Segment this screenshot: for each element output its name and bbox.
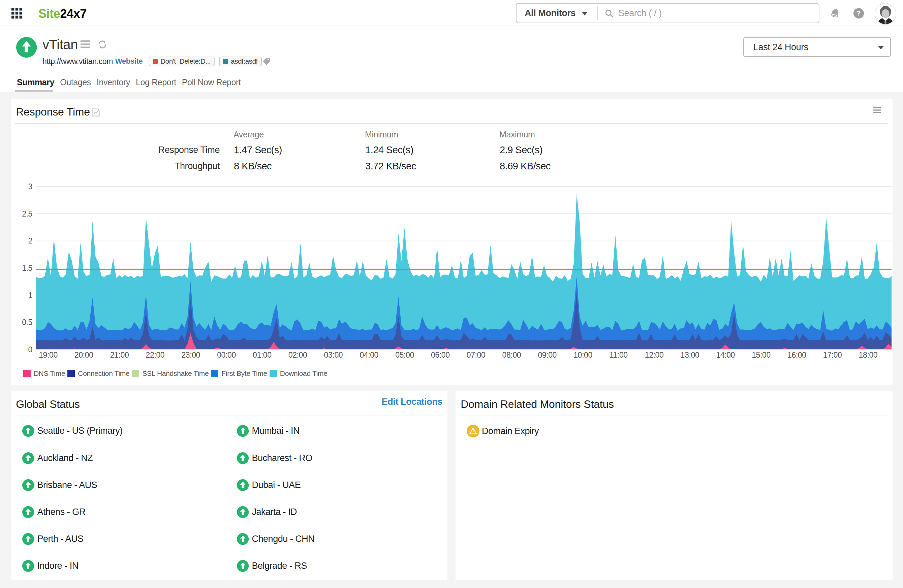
svg-text:01:00: 01:00 bbox=[253, 351, 272, 359]
svg-text:17:00: 17:00 bbox=[823, 351, 842, 359]
svg-text:12:00: 12:00 bbox=[645, 351, 664, 359]
svg-text:3: 3 bbox=[28, 182, 32, 191]
svg-text:?: ? bbox=[857, 10, 861, 17]
svg-text:15:00: 15:00 bbox=[752, 351, 771, 359]
svg-text:18:00: 18:00 bbox=[859, 351, 878, 359]
svg-text:16:00: 16:00 bbox=[787, 351, 806, 359]
svg-text:21:00: 21:00 bbox=[110, 351, 129, 359]
svg-text:1: 1 bbox=[28, 291, 32, 300]
svg-text:07:00: 07:00 bbox=[467, 351, 486, 359]
svg-text:2: 2 bbox=[28, 237, 32, 245]
svg-text:06:00: 06:00 bbox=[431, 351, 450, 359]
svg-text:05:00: 05:00 bbox=[395, 351, 414, 359]
svg-text:23:00: 23:00 bbox=[181, 351, 200, 359]
svg-text:0: 0 bbox=[28, 345, 32, 354]
svg-text:04:00: 04:00 bbox=[360, 351, 378, 359]
svg-text:11:00: 11:00 bbox=[609, 351, 628, 359]
svg-text:19:00: 19:00 bbox=[39, 351, 58, 359]
svg-text:09:00: 09:00 bbox=[538, 351, 557, 359]
svg-text:22:00: 22:00 bbox=[146, 351, 165, 359]
svg-text:2.5: 2.5 bbox=[22, 210, 32, 218]
svg-text:1.5: 1.5 bbox=[22, 264, 32, 273]
svg-text:00:00: 00:00 bbox=[217, 351, 236, 359]
svg-text:0.5: 0.5 bbox=[22, 318, 32, 327]
svg-text:10:00: 10:00 bbox=[573, 351, 592, 359]
svg-text:03:00: 03:00 bbox=[324, 351, 343, 359]
svg-text:08:00: 08:00 bbox=[502, 351, 521, 359]
svg-text:14:00: 14:00 bbox=[716, 351, 735, 359]
svg-text:02:00: 02:00 bbox=[288, 351, 307, 359]
svg-text:13:00: 13:00 bbox=[681, 351, 700, 359]
svg-text:20:00: 20:00 bbox=[74, 351, 93, 359]
